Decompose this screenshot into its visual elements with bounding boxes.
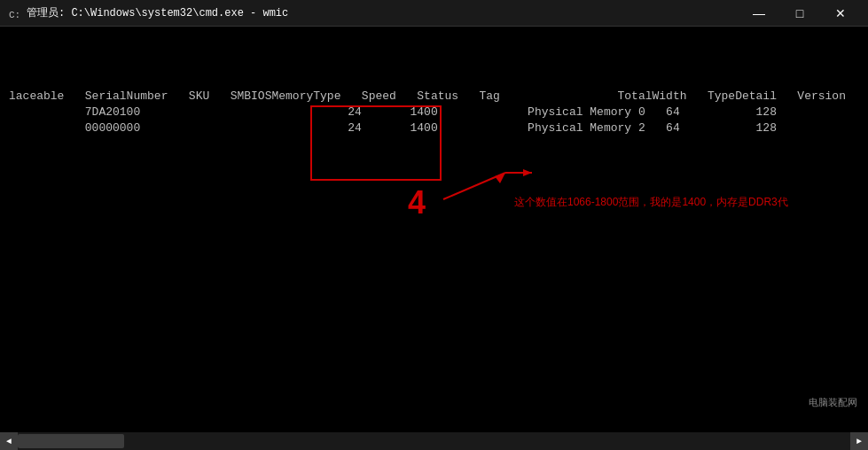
scroll-left-button[interactable]: ◄ <box>0 432 18 450</box>
scrollbar-track[interactable] <box>18 432 850 450</box>
maximize-button[interactable]: □ <box>779 0 820 27</box>
titlebar: C: 管理员: C:\Windows\system32\cmd.exe - wm… <box>0 0 868 27</box>
svg-marker-5 <box>523 169 532 176</box>
titlebar-left: C: 管理员: C:\Windows\system32\cmd.exe - wm… <box>7 5 288 20</box>
horizontal-scrollbar[interactable]: ◄ ► <box>0 432 868 450</box>
svg-text:C:: C: <box>9 10 20 20</box>
window-title: 管理员: C:\Windows\system32\cmd.exe - wmic <box>27 5 288 20</box>
annotation-text: 这个数值在1066-1800范围，我的是1400，内存是DDR3代 <box>514 195 788 210</box>
close-button[interactable]: ✕ <box>820 0 861 27</box>
minimize-button[interactable]: — <box>739 0 779 27</box>
titlebar-controls: — □ ✕ <box>739 0 861 27</box>
console-text: laceable SerialNumber SKU SMBIOSMemoryTy… <box>9 89 859 137</box>
scroll-right-button[interactable]: ► <box>850 432 868 450</box>
annotation-number: 4 <box>408 184 426 221</box>
cmd-icon: C: <box>7 6 21 20</box>
scrollbar-thumb[interactable] <box>18 434 124 448</box>
watermark-text: 电脑装配网 <box>809 396 857 409</box>
console-area: laceable SerialNumber SKU SMBIOSMemoryTy… <box>0 27 868 432</box>
